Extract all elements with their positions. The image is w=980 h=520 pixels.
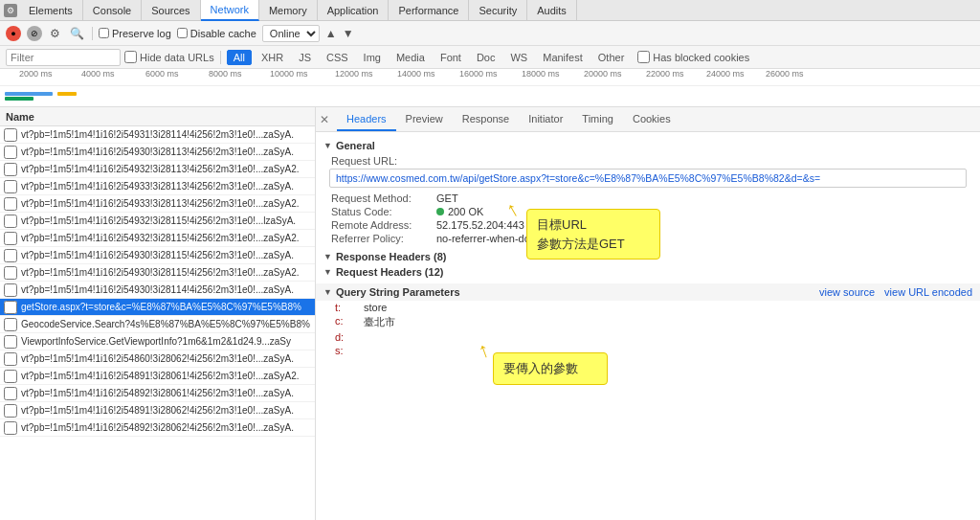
filter-icon-button[interactable]: ⚙ xyxy=(48,25,62,42)
tab-memory[interactable]: Memory xyxy=(259,0,318,21)
row-1-checkbox[interactable] xyxy=(4,146,17,159)
annotation-params: 要傳入的參數 xyxy=(493,352,608,385)
close-panel-icon[interactable]: ✕ xyxy=(320,113,329,126)
throttle-select[interactable]: Online xyxy=(262,25,320,42)
filter-css[interactable]: CSS xyxy=(321,51,354,64)
timeline: 2000 ms 4000 ms 6000 ms 8000 ms 10000 ms… xyxy=(0,69,980,107)
net-row-1[interactable]: vt?pb=!1m5!1m4!1i16!2i54930!3i28113!4i25… xyxy=(0,144,315,161)
net-row-15[interactable]: vt?pb=!1m5!1m4!1i16!2i54892!3i28061!4i25… xyxy=(0,385,315,402)
net-row-14[interactable]: vt?pb=!1m5!1m4!1i16!2i54891!3i28061!4i25… xyxy=(0,368,315,385)
detail-tab-timing[interactable]: Timing xyxy=(572,107,623,131)
row-15-checkbox[interactable] xyxy=(4,387,17,400)
filter-media[interactable]: Media xyxy=(390,51,431,64)
preserve-log-checkbox[interactable] xyxy=(99,28,109,38)
row-10-checkbox[interactable] xyxy=(4,301,17,314)
tl-label-6000: 6000 ms xyxy=(145,69,179,79)
blocked-cookies-label[interactable]: Has blocked cookies xyxy=(637,51,749,63)
net-row-10[interactable]: getStore.aspx?t=store&c=%E8%87%BA%E5%8C%… xyxy=(0,299,315,316)
detail-tab-response[interactable]: Response xyxy=(453,107,520,131)
row-0-checkbox[interactable] xyxy=(4,128,17,142)
tl-label-2000: 2000 ms xyxy=(19,69,53,79)
view-source-link[interactable]: view source xyxy=(819,286,875,298)
net-row-11[interactable]: GeocodeService.Search?4s%E8%87%BA%E5%8C%… xyxy=(0,316,315,333)
row-17-checkbox[interactable] xyxy=(4,421,17,435)
tab-security[interactable]: Security xyxy=(469,0,527,21)
detail-tab-cookies[interactable]: Cookies xyxy=(623,107,680,131)
row-15-text: vt?pb=!1m5!1m4!1i16!2i54892!3i28061!4i25… xyxy=(21,388,294,398)
row-6-text: vt?pb=!1m5!1m4!1i16!2i54932!3i28115!4i25… xyxy=(21,233,299,243)
filter-xhr[interactable]: XHR xyxy=(256,51,289,64)
annotation-target-url: 目標URL參數方法是GET xyxy=(526,209,660,260)
net-row-17[interactable]: vt?pb=!1m5!1m4!1i16!2i54892!3i28062!4i25… xyxy=(0,419,315,437)
row-11-checkbox[interactable] xyxy=(4,318,17,331)
filter-ws[interactable]: WS xyxy=(504,51,533,64)
row-4-checkbox[interactable] xyxy=(4,197,17,211)
row-16-checkbox[interactable] xyxy=(4,404,17,418)
tab-audits[interactable]: Audits xyxy=(527,0,577,21)
tab-console[interactable]: Console xyxy=(83,0,142,21)
net-row-8[interactable]: vt?pb=!1m5!1m4!1i16!2i54930!3i28115!4i25… xyxy=(0,264,315,282)
view-url-encoded-link[interactable]: view URL encoded xyxy=(884,286,972,298)
detail-tab-headers[interactable]: Headers xyxy=(337,107,396,131)
filter-other[interactable]: Other xyxy=(592,51,631,64)
filter-all[interactable]: All xyxy=(227,50,252,65)
row-13-checkbox[interactable] xyxy=(4,352,17,366)
row-5-checkbox[interactable] xyxy=(4,215,17,228)
detail-tab-preview[interactable]: Preview xyxy=(396,107,453,131)
row-4-text: vt?pb=!1m5!1m4!1i16!2i54933!3i28113!4i25… xyxy=(21,198,299,209)
row-7-checkbox[interactable] xyxy=(4,249,17,262)
network-toolbar: ● ⊘ ⚙ 🔍 Preserve log Disable cache Onlin… xyxy=(0,21,980,46)
net-row-7[interactable]: vt?pb=!1m5!1m4!1i16!2i54930!3i28115!4i25… xyxy=(0,247,315,264)
upload-icon: ▲ xyxy=(325,27,337,40)
network-list: Name vt?pb=!1m5!1m4!1i16!2i54931!3i28114… xyxy=(0,107,316,520)
clear-button[interactable]: ⊘ xyxy=(27,26,42,41)
net-row-3[interactable]: vt?pb=!1m5!1m4!1i16!2i54933!3i28113!4i25… xyxy=(0,178,315,195)
search-button[interactable]: 🔍 xyxy=(68,25,86,42)
net-row-0[interactable]: vt?pb=!1m5!1m4!1i16!2i54931!3i28114!4i25… xyxy=(0,126,315,144)
request-url-value[interactable]: https://www.cosmed.com.tw/api/getStore.a… xyxy=(329,169,967,188)
query-string-header[interactable]: Query String Parameters view source view… xyxy=(316,283,980,301)
row-8-checkbox[interactable] xyxy=(4,266,17,280)
blocked-cookies-checkbox[interactable] xyxy=(637,51,650,63)
row-12-checkbox[interactable] xyxy=(4,335,17,349)
net-row-2[interactable]: vt?pb=!1m5!1m4!1i16!2i54932!3i28113!4i25… xyxy=(0,161,315,178)
row-3-checkbox[interactable] xyxy=(4,180,17,193)
request-headers-section[interactable]: Request Headers (12) xyxy=(316,264,980,280)
general-section-header[interactable]: General xyxy=(316,138,980,153)
disable-cache-label[interactable]: Disable cache xyxy=(177,28,256,39)
disable-cache-checkbox[interactable] xyxy=(177,28,188,38)
row-14-checkbox[interactable] xyxy=(4,370,17,383)
request-method-value: GET xyxy=(436,192,458,204)
hide-data-urls-label[interactable]: Hide data URLs xyxy=(124,51,214,63)
status-code-value: 200 OK xyxy=(436,206,483,217)
net-row-6[interactable]: vt?pb=!1m5!1m4!1i16!2i54932!3i28115!4i25… xyxy=(0,230,315,247)
tl-label-14000: 14000 ms xyxy=(397,69,435,79)
filter-img[interactable]: Img xyxy=(358,51,387,64)
row-2-checkbox[interactable] xyxy=(4,163,17,176)
filter-js[interactable]: JS xyxy=(293,51,317,64)
tab-sources[interactable]: Sources xyxy=(142,0,200,21)
net-row-5[interactable]: vt?pb=!1m5!1m4!1i16!2i54932!3i28115!4i25… xyxy=(0,213,315,230)
tab-performance[interactable]: Performance xyxy=(389,0,469,21)
tab-application[interactable]: Application xyxy=(318,0,390,21)
tab-network[interactable]: Network xyxy=(201,0,259,21)
net-row-16[interactable]: vt?pb=!1m5!1m4!1i16!2i54891!3i28062!4i25… xyxy=(0,402,315,419)
net-row-4[interactable]: vt?pb=!1m5!1m4!1i16!2i54933!3i28113!4i25… xyxy=(0,195,315,213)
referrer-policy-label: Referrer Policy: xyxy=(331,233,436,244)
net-row-12[interactable]: ViewportInfoService.GetViewportInfo?1m6&… xyxy=(0,333,315,350)
net-row-9[interactable]: vt?pb=!1m5!1m4!1i16!2i54930!3i28114!4i25… xyxy=(0,282,315,299)
row-6-checkbox[interactable] xyxy=(4,232,17,245)
filter-input[interactable] xyxy=(6,49,121,66)
row-9-checkbox[interactable] xyxy=(4,283,17,297)
filter-font[interactable]: Font xyxy=(434,51,467,64)
hide-data-urls-checkbox[interactable] xyxy=(124,51,137,63)
tab-elements[interactable]: Elements xyxy=(19,0,83,21)
timeline-bars xyxy=(0,88,980,107)
preserve-log-label[interactable]: Preserve log xyxy=(99,28,171,39)
tl-label-26000: 26000 ms xyxy=(766,69,804,79)
net-row-13[interactable]: vt?pb=!1m5!1m4!1i16!2i54860!3i28062!4i25… xyxy=(0,350,315,368)
detail-tab-initiator[interactable]: Initiator xyxy=(519,107,572,131)
filter-doc[interactable]: Doc xyxy=(471,51,501,64)
record-button[interactable]: ● xyxy=(6,26,21,41)
filter-manifest[interactable]: Manifest xyxy=(537,51,589,64)
